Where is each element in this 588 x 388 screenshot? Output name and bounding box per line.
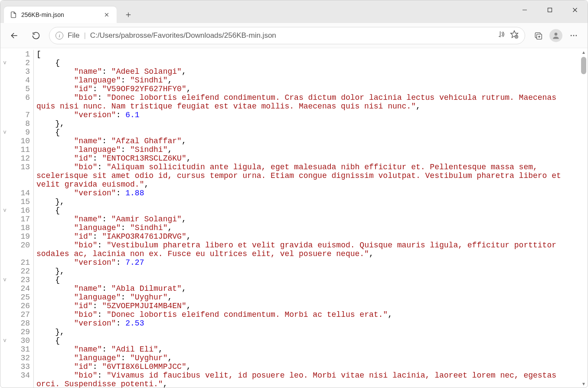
tab-title: 256KB-min.json xyxy=(21,11,98,18)
maximize-button[interactable] xyxy=(537,0,562,20)
code-content[interactable]: "id": "ENTOCR13RSCLZ6KU", xyxy=(33,154,588,163)
line-number: 9 xyxy=(9,128,33,137)
fold-toggle[interactable]: v xyxy=(0,336,9,345)
tab-strip: 256KB-min.json xyxy=(0,0,588,23)
svg-point-19 xyxy=(573,35,575,36)
code-line: 10 "name": "Afzal Ghaffar", xyxy=(0,137,588,145)
code-content[interactable]: }, xyxy=(33,328,588,336)
code-content[interactable]: }, xyxy=(33,119,588,128)
address-bar[interactable]: i File | C:/Users/pabrosse/Favorites/Dow… xyxy=(49,27,525,44)
scroll-down-icon[interactable]: ▼ xyxy=(581,381,587,387)
new-tab-button[interactable] xyxy=(121,7,136,22)
line-number: 2 xyxy=(9,59,33,67)
code-line: v9 { xyxy=(0,128,588,137)
line-number: 5 xyxy=(9,85,33,93)
code-content[interactable]: }, xyxy=(33,197,588,206)
line-number: 7 xyxy=(9,111,33,119)
code-content[interactable]: { xyxy=(33,59,588,67)
code-content[interactable]: "language": "Sindhi", xyxy=(33,76,588,85)
fold-toggle[interactable]: v xyxy=(0,128,9,137)
back-button[interactable] xyxy=(6,27,23,44)
code-content[interactable]: "version": 2.53 xyxy=(33,319,588,328)
collections-icon[interactable] xyxy=(529,27,547,44)
profile-button[interactable] xyxy=(549,29,562,42)
code-content[interactable]: "name": "Adeel Solangi", xyxy=(33,67,588,76)
address-scheme-label: File xyxy=(68,31,79,40)
fold-toggle xyxy=(0,267,9,276)
code-content[interactable]: "version": 7.27 xyxy=(33,258,588,267)
fold-toggle xyxy=(0,50,9,59)
code-content[interactable]: "version": 1.88 xyxy=(33,189,588,197)
code-content[interactable]: "bio": "Donec lobortis eleifend condimen… xyxy=(33,93,588,111)
code-content[interactable]: "id": "6VTI8X6LL0MMPJCC", xyxy=(33,362,588,371)
code-line: 12 "id": "ENTOCR13RSCLZ6KU", xyxy=(0,154,588,163)
fold-toggle xyxy=(0,215,9,224)
fold-toggle xyxy=(0,93,9,111)
code-content[interactable]: { xyxy=(33,128,588,137)
code-content[interactable]: "version": 6.1 xyxy=(33,111,588,119)
address-url-text: C:/Users/pabrosse/Favorites/Downloads/25… xyxy=(90,31,489,40)
code-content[interactable]: { xyxy=(33,276,588,284)
fold-toggle xyxy=(0,85,9,93)
vertical-scrollbar[interactable]: ▲ ▼ xyxy=(581,49,587,387)
code-content[interactable]: [ xyxy=(33,50,588,59)
browser-tab[interactable]: 256KB-min.json xyxy=(4,7,117,23)
line-number: 3 xyxy=(9,67,33,76)
fold-toggle xyxy=(0,163,9,189)
fold-toggle xyxy=(0,293,9,302)
line-number: 30 xyxy=(9,336,33,345)
close-window-button[interactable] xyxy=(562,0,588,20)
code-content[interactable]: "language": "Sindhi", xyxy=(33,224,588,232)
fold-toggle[interactable]: v xyxy=(0,59,9,67)
code-content[interactable]: "bio": "Donec lobortis eleifend condimen… xyxy=(33,310,588,319)
code-content[interactable]: "bio": "Vestibulum pharetra libero et ve… xyxy=(33,241,588,258)
line-number: 4 xyxy=(9,76,33,85)
code-content[interactable]: "id": "5ZVOEPMJUI4MB4EN", xyxy=(33,302,588,310)
line-number: 26 xyxy=(9,302,33,310)
fold-toggle[interactable]: v xyxy=(0,276,9,284)
fold-toggle xyxy=(0,354,9,362)
fold-toggle xyxy=(0,362,9,371)
fold-toggle xyxy=(0,284,9,293)
code-content[interactable]: "bio": "Vivamus id faucibus velit, id po… xyxy=(33,371,588,388)
fold-toggle[interactable]: v xyxy=(0,206,9,215)
scroll-up-icon[interactable]: ▲ xyxy=(581,49,587,55)
code-content[interactable]: "name": "Adil Eli", xyxy=(33,345,588,354)
code-content[interactable]: "language": "Uyghur", xyxy=(33,354,588,362)
favorite-icon[interactable] xyxy=(510,30,519,41)
line-number: 24 xyxy=(9,284,33,293)
code-content[interactable]: { xyxy=(33,206,588,215)
code-content[interactable]: "language": "Uyghur", xyxy=(33,293,588,302)
code-line: 14 "version": 1.88 xyxy=(0,189,588,197)
code-content[interactable]: "language": "Sindhi", xyxy=(33,145,588,154)
line-number: 20 xyxy=(9,241,33,258)
read-aloud-icon[interactable] xyxy=(497,30,506,41)
code-line: 28 "version": 2.53 xyxy=(0,319,588,328)
fold-toggle xyxy=(0,232,9,241)
close-tab-icon[interactable] xyxy=(103,11,111,19)
code-content[interactable]: }, xyxy=(33,267,588,276)
scrollbar-thumb[interactable] xyxy=(581,57,586,74)
fold-toggle xyxy=(0,224,9,232)
site-info-icon[interactable]: i xyxy=(56,32,63,39)
code-content[interactable]: "name": "Afzal Ghaffar", xyxy=(33,137,588,145)
code-content[interactable]: { xyxy=(33,336,588,345)
code-content[interactable]: "id": "IAKPO3R4761JDRVG", xyxy=(33,232,588,241)
code-content[interactable]: "id": "V59OF92YF627HFY0", xyxy=(33,85,588,93)
line-number: 28 xyxy=(9,319,33,328)
fold-toggle xyxy=(0,145,9,154)
fold-toggle xyxy=(0,189,9,197)
minimize-button[interactable] xyxy=(512,0,537,20)
code-line: v23 { xyxy=(0,276,588,284)
reload-button[interactable] xyxy=(27,27,45,44)
code-line: v16 { xyxy=(0,206,588,215)
fold-toggle xyxy=(0,258,9,267)
menu-button[interactable] xyxy=(565,27,582,44)
fold-toggle xyxy=(0,345,9,354)
code-content[interactable]: "name": "Aamir Solangi", xyxy=(33,215,588,224)
line-number: 33 xyxy=(9,362,33,371)
fold-toggle xyxy=(0,67,9,76)
browser-toolbar: i File | C:/Users/pabrosse/Favorites/Dow… xyxy=(0,23,588,48)
code-content[interactable]: "name": "Abla Dilmurat", xyxy=(33,284,588,293)
code-content[interactable]: "bio": "Aliquam sollicitudin ante ligula… xyxy=(33,163,588,189)
